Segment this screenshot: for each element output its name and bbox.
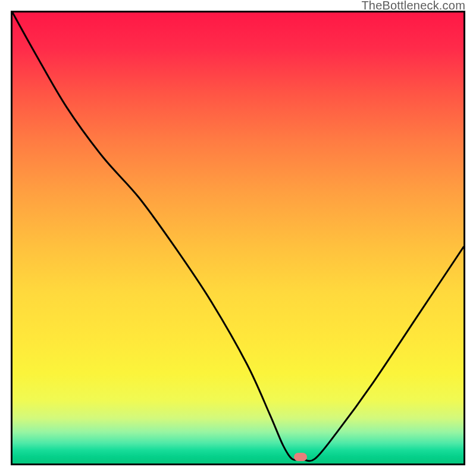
minimum-marker: [294, 453, 307, 461]
plot-area: [11, 11, 465, 465]
bottleneck-curve: [12, 12, 464, 461]
curve-layer: [12, 12, 464, 464]
bottleneck-chart: TheBottleneck.com: [0, 0, 476, 476]
